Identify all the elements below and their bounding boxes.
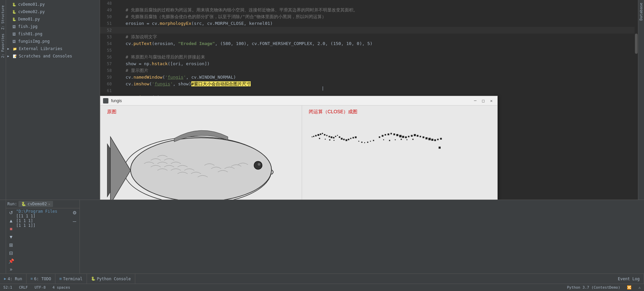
sidebar-label: Scratches and Consoles [19,54,72,58]
svg-rect-8 [320,133,321,135]
run-output-matrix-3: [1 1 1]] [16,223,69,228]
tab-python-console[interactable]: 🐍 Python Console [87,274,135,284]
svg-rect-12 [329,136,330,137]
run-stop-button[interactable]: ■ [7,225,15,233]
sidebar-label: fish01.png [18,32,42,36]
svg-rect-27 [329,139,330,140]
svg-rect-50 [423,136,424,138]
minimize-button[interactable]: ─ [472,97,479,104]
run-minimize-button[interactable]: ─ [71,218,78,225]
run-more-button[interactable]: » [7,265,15,273]
svg-rect-19 [343,139,345,140]
svg-rect-52 [429,138,431,140]
run-panel: Run: 🐍 cvDemo02 ✕ ↺ ▲ ■ ▼ ⊞ ⊟ 📌 » [6,200,80,274]
run-scroll-up-button[interactable]: ▲ [7,217,15,224]
status-line-ending: CRLF [19,285,28,290]
sidebar-item-fish-jpg[interactable]: 🖼 fish.jpg [6,23,100,30]
popup-controls: ─ □ ✕ [472,97,495,104]
status-encoding: UTF-8 [35,285,46,290]
sidebar-item-fungis-png[interactable]: 🖼 fungisImg.png [6,38,100,45]
tab-todo[interactable]: ≡ 6: TODO [27,274,55,284]
run-output-path: "D:\Program Files [16,209,69,214]
popup-title: fungis [111,98,122,103]
svg-rect-13 [331,136,332,138]
code-editor[interactable]: 48 49 # 先膨胀后腐蚀的过程称为闭运算。用来填充物体内细小空洞、连接邻近物… [100,0,638,200]
run-content: ↺ ▲ ■ ▼ ⊞ ⊟ 📌 » "D:\Program Files [[1 1 … [6,208,80,274]
tree-arrow-icon: ▶ [7,47,11,50]
popup-titlebar: fungis ─ □ ✕ [100,96,497,106]
svg-rect-16 [337,135,338,136]
popup-left-panel: 原图 [100,106,302,200]
folder-icon: 📁 [12,46,17,51]
svg-rect-21 [348,139,349,140]
tab-terminal-label: Terminal [63,277,83,281]
run-pin-button[interactable]: 📌 [7,257,15,265]
run-align-button[interactable]: ⊟ [7,249,15,257]
svg-rect-56 [440,138,442,139]
code-line-58: 58 # 显示图片 [100,67,638,74]
status-git-icon: 🔀 [627,285,632,290]
tab-python-label: Python Console [97,277,131,281]
event-log-label: Event Log [618,277,640,281]
svg-rect-15 [335,136,336,137]
tab-run[interactable]: ▶ 4: Run [0,274,27,284]
svg-rect-22 [350,138,351,139]
sidebar-item-cvdemo01[interactable]: 🐍 cvDemo01.py [6,1,100,8]
code-line-60: 60 cv.imshow('fungis', show)#窗口大小会自动拟合图片… [100,81,638,87]
svg-rect-25 [319,138,320,139]
run-restart-button[interactable]: ↺ [7,209,15,216]
run-buttons: ↺ ▲ ■ ▼ ⊞ ⊟ 📌 » [7,209,15,273]
sidebar-item-demo01[interactable]: 🐍 Demo01.py [6,15,100,23]
structure-tab[interactable]: Z: Structure [0,3,5,32]
bottom-toolbar: ▶ 4: Run ≡ 6: TODO ⊞ Terminal 🐍 Python C… [0,274,644,284]
svg-rect-48 [417,135,418,137]
code-line-59: 59 cv.namedWindow('fungis', cv.WINDOW_NO… [100,74,638,81]
code-line-52: 52 [100,27,638,34]
svg-rect-59 [389,140,390,141]
close-button[interactable]: ✕ [488,97,495,104]
tab-terminal[interactable]: ⊞ Terminal [55,274,87,284]
svg-rect-18 [341,138,343,139]
maximize-button[interactable]: □ [480,97,487,104]
sidebar-label: Demo01.py [18,17,40,22]
svg-rect-4 [312,136,313,137]
sidebar-label: cvDemo01.py [18,2,45,7]
svg-point-3 [258,163,260,166]
status-right: Python 3.7 (ContestDemo) 🔀 ⚠ [567,285,641,290]
run-settings-button[interactable]: ⚙ [71,209,78,216]
png-icon: 🖼 [11,39,17,44]
svg-rect-32 [367,142,368,143]
run-tab-cvdemo02[interactable]: 🐍 cvDemo02 ✕ [18,201,53,207]
svg-rect-20 [346,139,347,141]
sidebar-item-external-libs[interactable]: ▶ 📁 External Libraries [6,45,100,52]
tab-event-log[interactable]: Event Log [614,274,644,284]
sidebar-item-fish-png[interactable]: 🖼 fish01.png [6,30,100,38]
sidebar-label: External Libraries [19,46,62,51]
todo-icon: ≡ [31,277,33,281]
run-tab-close[interactable]: ✕ [48,202,50,206]
py-icon: 🐍 [11,9,17,14]
svg-rect-31 [364,142,365,143]
svg-rect-57 [439,147,441,149]
favorites-tab[interactable]: 2: Favorites [0,32,5,60]
svg-rect-41 [396,134,398,136]
popup-icon [103,98,108,103]
sidebar-item-cvdemo02[interactable]: 🐍 cvDemo02.py [6,8,100,15]
editor-scrollbar[interactable] [635,0,638,200]
svg-rect-17 [339,136,340,138]
status-position: 52:1 [3,285,12,290]
run-scroll-down-button[interactable]: ▼ [7,233,15,241]
svg-rect-6 [315,135,316,136]
code-line-55: 55 [100,47,638,54]
svg-rect-39 [390,133,392,134]
svg-rect-42 [399,135,402,137]
terminal-icon: ⊞ [59,277,62,281]
run-tab-name: cvDemo02 [28,202,47,206]
sidebar-item-scratches[interactable]: ▶ 📝 Scratches and Consoles [6,52,100,60]
sidebar-label: cvDemo02.py [18,9,45,14]
run-stack-button[interactable]: ⊞ [7,241,15,249]
left-structure-panel: Z: Structure 2: Favorites [0,0,6,200]
database-tab[interactable]: Database [638,0,644,23]
code-line-56: 56 # 将原图片与腐蚀处理后的图片拼接起来 [100,54,638,60]
bottom-section: Run: 🐍 cvDemo02 ✕ ↺ ▲ ■ ▼ ⊞ ⊟ 📌 » [0,200,644,274]
